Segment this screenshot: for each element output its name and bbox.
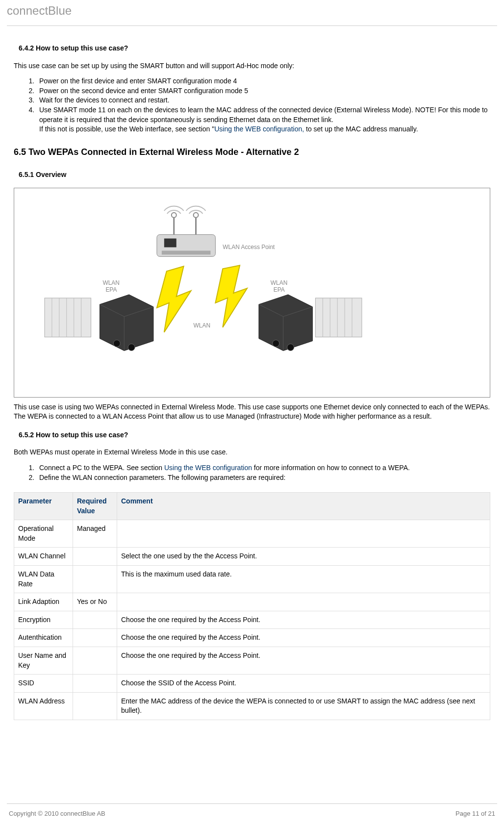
section-642-heading: 6.4.2 How to setup this use case? bbox=[19, 44, 490, 53]
table-cell: Encryption bbox=[14, 611, 73, 629]
list-item: Power on the first device and enter SMAR… bbox=[36, 76, 490, 86]
col-required-value: Required Value bbox=[73, 493, 117, 520]
list-item: Use SMART mode 11 on each on the devices… bbox=[36, 105, 490, 134]
table-row: EncryptionChoose the one required by the… bbox=[14, 611, 490, 629]
section-651-desc: This use case is using two WEPAs connect… bbox=[14, 402, 490, 422]
section-642-steps: Power on the first device and enter SMAR… bbox=[36, 76, 490, 134]
table-cell: Operational Mode bbox=[14, 520, 73, 548]
list-item: Define the WLAN connection parameters. T… bbox=[36, 473, 490, 483]
section-65-heading: 6.5 Two WEPAs Connected in External Wire… bbox=[14, 146, 490, 158]
section-642-intro: This use case can be set up by using the… bbox=[14, 61, 490, 71]
table-cell: User Name and Key bbox=[14, 647, 73, 675]
table-cell: Choose the one required by the Access Po… bbox=[117, 611, 490, 629]
table-cell bbox=[73, 611, 117, 629]
table-cell: Enter the MAC address of the device the … bbox=[117, 692, 490, 720]
svg-point-13 bbox=[113, 340, 120, 347]
section-652-heading: 6.5.2 How to setup this use case? bbox=[19, 430, 490, 440]
wlan-epa-left-label: WLAN EPA bbox=[102, 279, 121, 293]
wlan-bolt-right-icon bbox=[215, 265, 247, 327]
wlan-bolt-left-icon bbox=[157, 266, 191, 332]
diagram-svg: WLAN Access Point WLAN EPA WLAN EPA bbox=[14, 188, 490, 397]
table-cell bbox=[117, 520, 490, 548]
table-row: WLAN Data RateThis is the maximum used d… bbox=[14, 566, 490, 593]
wepa-left-icon bbox=[100, 295, 153, 350]
table-cell bbox=[73, 566, 117, 593]
svg-point-21 bbox=[273, 340, 279, 347]
step4-line-b-post: to set up the MAC address manually. bbox=[304, 125, 418, 133]
table-cell: WLAN Data Rate bbox=[14, 566, 73, 593]
section-652-steps: Connect a PC to the WEPA. See section Us… bbox=[36, 463, 490, 482]
svg-rect-1 bbox=[162, 250, 211, 254]
step1-post: for more information on how to connect t… bbox=[252, 464, 410, 472]
svg-point-14 bbox=[128, 344, 135, 350]
table-cell: WLAN Address bbox=[14, 692, 73, 720]
svg-point-4 bbox=[172, 212, 176, 217]
table-cell: Choose the SSID of the Access Point. bbox=[117, 675, 490, 693]
page-footer: Copyright © 2010 connectBlue AB Page 11 … bbox=[0, 803, 504, 817]
table-cell: Managed bbox=[73, 520, 117, 548]
page-content: 6.4.2 How to setup this use case? This u… bbox=[0, 26, 504, 720]
section-651-heading: 6.5.1 Overview bbox=[19, 170, 490, 180]
footer-row: Copyright © 2010 connectBlue AB Page 11 … bbox=[7, 810, 497, 817]
table-cell: WLAN Channel bbox=[14, 548, 73, 566]
step4-line-a: Use SMART mode 11 on each on the devices… bbox=[39, 106, 488, 124]
list-item: Connect a PC to the WEPA. See section Us… bbox=[36, 463, 490, 473]
table-cell: Link Adaption bbox=[14, 593, 73, 611]
network-diagram: WLAN Access Point WLAN EPA WLAN EPA bbox=[14, 188, 490, 398]
table-row: Operational ModeManaged bbox=[14, 520, 490, 548]
wepa-right-icon bbox=[259, 295, 312, 350]
copyright-text: Copyright © 2010 connectBlue AB bbox=[9, 810, 105, 817]
table-cell bbox=[117, 593, 490, 611]
svg-point-6 bbox=[194, 212, 199, 217]
brand-text: connectBlue bbox=[7, 4, 497, 23]
wlan-epa-right-label: WLAN EPA bbox=[271, 279, 289, 293]
plc-right-icon bbox=[315, 298, 362, 337]
list-item: Power on the second device and enter SMA… bbox=[36, 86, 490, 96]
access-point-icon bbox=[157, 206, 215, 256]
web-config-link[interactable]: Using the WEB configuration, bbox=[214, 125, 304, 133]
table-cell: Choose the one required by the Access Po… bbox=[117, 629, 490, 647]
page-number: Page 11 of 21 bbox=[455, 810, 495, 817]
svg-rect-7 bbox=[45, 298, 91, 337]
table-cell: Autenthication bbox=[14, 629, 73, 647]
table-row: Link AdaptionYes or No bbox=[14, 593, 490, 611]
wlan-label: WLAN bbox=[194, 322, 211, 328]
svg-rect-2 bbox=[164, 238, 176, 247]
table-cell: Select the one used by the the Access Po… bbox=[117, 548, 490, 566]
table-row: SSIDChoose the SSID of the Access Point. bbox=[14, 675, 490, 693]
table-cell: SSID bbox=[14, 675, 73, 693]
footer-rule bbox=[7, 803, 497, 804]
svg-rect-15 bbox=[315, 298, 362, 337]
step1-pre: Connect a PC to the WEPA. See section bbox=[39, 464, 164, 472]
table-cell: Yes or No bbox=[73, 593, 117, 611]
table-row: AutenthicationChoose the one required by… bbox=[14, 629, 490, 647]
table-cell bbox=[73, 675, 117, 693]
section-652-intro: Both WEPAs must operate in External Wire… bbox=[14, 448, 490, 457]
col-parameter: Parameter bbox=[14, 493, 73, 520]
table-row: User Name and KeyChoose the one required… bbox=[14, 647, 490, 675]
parameters-table: Parameter Required Value Comment Operati… bbox=[14, 492, 490, 720]
table-cell bbox=[73, 629, 117, 647]
ap-label: WLAN Access Point bbox=[223, 244, 275, 250]
table-row: WLAN ChannelSelect the one used by the t… bbox=[14, 548, 490, 566]
table-cell bbox=[73, 548, 117, 566]
table-header-row: Parameter Required Value Comment bbox=[14, 493, 490, 520]
step4-line-b-pre: If this not is possible, use the Web int… bbox=[39, 125, 214, 133]
page-header: connectBlue bbox=[0, 0, 504, 26]
table-cell bbox=[73, 692, 117, 720]
svg-point-22 bbox=[287, 344, 294, 350]
web-config-link-2[interactable]: Using the WEB configuration bbox=[164, 464, 252, 472]
table-cell: Choose the one required by the Access Po… bbox=[117, 647, 490, 675]
plc-left-icon bbox=[45, 298, 91, 337]
table-cell bbox=[73, 647, 117, 675]
table-row: WLAN AddressEnter the MAC address of the… bbox=[14, 692, 490, 720]
list-item: Wait for the devices to connect and rest… bbox=[36, 96, 490, 105]
col-comment: Comment bbox=[117, 493, 490, 520]
table-cell: This is the maximum used data rate. bbox=[117, 566, 490, 593]
